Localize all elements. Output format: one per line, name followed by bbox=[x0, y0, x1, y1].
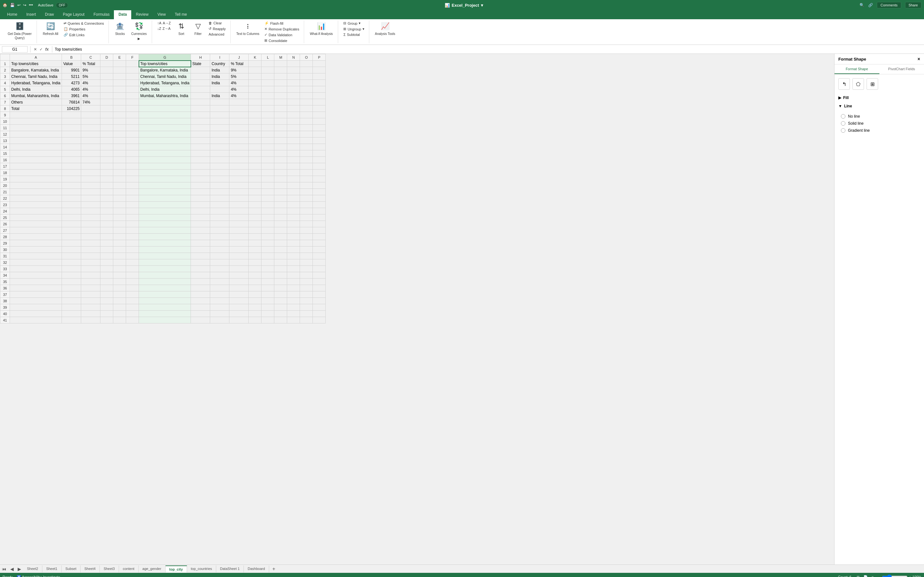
cell-N2[interactable] bbox=[287, 67, 300, 73]
cell-F39[interactable] bbox=[126, 304, 139, 311]
cell-L16[interactable] bbox=[262, 157, 274, 163]
cell-G24[interactable] bbox=[139, 208, 191, 214]
cell-B41[interactable] bbox=[62, 317, 81, 324]
row-header-1[interactable]: 1 bbox=[0, 61, 10, 67]
cell-J33[interactable] bbox=[229, 266, 249, 272]
cell-F26[interactable] bbox=[126, 221, 139, 227]
cell-M21[interactable] bbox=[274, 189, 287, 195]
cell-D29[interactable] bbox=[100, 240, 113, 247]
cell-O14[interactable] bbox=[300, 144, 313, 150]
page-break-icon[interactable]: ≡ bbox=[871, 574, 875, 577]
cell-N17[interactable] bbox=[287, 163, 300, 169]
cell-P13[interactable] bbox=[313, 137, 326, 144]
cell-B12[interactable] bbox=[62, 131, 81, 137]
cell-P41[interactable] bbox=[313, 317, 326, 324]
cell-C37[interactable] bbox=[81, 292, 100, 298]
cell-L12[interactable] bbox=[262, 131, 274, 137]
cell-C35[interactable] bbox=[81, 279, 100, 285]
cell-N16[interactable] bbox=[287, 157, 300, 163]
row-header-40[interactable]: 40 bbox=[0, 311, 10, 317]
cell-K21[interactable] bbox=[249, 189, 262, 195]
cell-N15[interactable] bbox=[287, 150, 300, 157]
cell-E26[interactable] bbox=[113, 221, 126, 227]
cell-A9[interactable] bbox=[10, 112, 62, 118]
row-header-28[interactable]: 28 bbox=[0, 234, 10, 240]
cell-D5[interactable] bbox=[100, 86, 113, 93]
cell-H1[interactable]: State bbox=[191, 61, 210, 67]
cell-K12[interactable] bbox=[249, 131, 262, 137]
cell-O17[interactable] bbox=[300, 163, 313, 169]
cell-I24[interactable] bbox=[210, 208, 229, 214]
whatif-button[interactable]: 📊 What-If Analysis bbox=[307, 21, 336, 37]
panel-icon-shape[interactable]: ↰ bbox=[838, 78, 850, 90]
cell-L19[interactable] bbox=[262, 176, 274, 182]
cell-G27[interactable] bbox=[139, 227, 191, 234]
cell-N28[interactable] bbox=[287, 234, 300, 240]
cell-A29[interactable] bbox=[10, 240, 62, 247]
cell-I32[interactable] bbox=[210, 259, 229, 266]
cell-H41[interactable] bbox=[191, 317, 210, 324]
cell-N35[interactable] bbox=[287, 279, 300, 285]
cell-F34[interactable] bbox=[126, 272, 139, 279]
cell-G20[interactable] bbox=[139, 182, 191, 189]
cell-C40[interactable] bbox=[81, 311, 100, 317]
cell-P25[interactable] bbox=[313, 214, 326, 221]
cell-J21[interactable] bbox=[229, 189, 249, 195]
cell-H3[interactable] bbox=[191, 73, 210, 80]
cell-O25[interactable] bbox=[300, 214, 313, 221]
cell-J39[interactable] bbox=[229, 304, 249, 311]
cell-F30[interactable] bbox=[126, 247, 139, 253]
cell-C10[interactable] bbox=[81, 118, 100, 125]
cell-J17[interactable] bbox=[229, 163, 249, 169]
tab-subset[interactable]: Subset bbox=[61, 566, 81, 572]
cell-I16[interactable] bbox=[210, 157, 229, 163]
cell-I29[interactable] bbox=[210, 240, 229, 247]
cell-N9[interactable] bbox=[287, 112, 300, 118]
cell-H13[interactable] bbox=[191, 137, 210, 144]
cell-K20[interactable] bbox=[249, 182, 262, 189]
cell-P4[interactable] bbox=[313, 80, 326, 86]
cell-A7[interactable]: Others bbox=[10, 99, 62, 105]
cell-P9[interactable] bbox=[313, 112, 326, 118]
cell-G23[interactable] bbox=[139, 201, 191, 208]
cell-M35[interactable] bbox=[274, 279, 287, 285]
cell-O38[interactable] bbox=[300, 298, 313, 304]
cell-L30[interactable] bbox=[262, 247, 274, 253]
properties-button[interactable]: 📋 Properties bbox=[61, 26, 106, 32]
zoom-slider[interactable] bbox=[882, 574, 908, 577]
cell-K25[interactable] bbox=[249, 214, 262, 221]
cell-L32[interactable] bbox=[262, 259, 274, 266]
cell-A39[interactable] bbox=[10, 304, 62, 311]
cell-I3[interactable]: India bbox=[210, 73, 229, 80]
cell-O6[interactable] bbox=[300, 93, 313, 99]
row-header-30[interactable]: 30 bbox=[0, 247, 10, 253]
cell-L26[interactable] bbox=[262, 221, 274, 227]
cell-P24[interactable] bbox=[313, 208, 326, 214]
cell-M7[interactable] bbox=[274, 99, 287, 105]
cell-J8[interactable] bbox=[229, 105, 249, 112]
cell-D2[interactable] bbox=[100, 67, 113, 73]
cell-G32[interactable] bbox=[139, 259, 191, 266]
cell-E30[interactable] bbox=[113, 247, 126, 253]
cell-G31[interactable] bbox=[139, 253, 191, 259]
cell-M40[interactable] bbox=[274, 311, 287, 317]
cell-B20[interactable] bbox=[62, 182, 81, 189]
cell-H8[interactable] bbox=[191, 105, 210, 112]
cell-B2[interactable]: 9901 bbox=[62, 67, 81, 73]
cell-F27[interactable] bbox=[126, 227, 139, 234]
cell-C16[interactable] bbox=[81, 157, 100, 163]
tab-content[interactable]: content bbox=[119, 566, 139, 572]
cell-H33[interactable] bbox=[191, 266, 210, 272]
row-header-32[interactable]: 32 bbox=[0, 259, 10, 266]
cell-D6[interactable] bbox=[100, 93, 113, 99]
cell-P21[interactable] bbox=[313, 189, 326, 195]
cell-E4[interactable] bbox=[113, 80, 126, 86]
cell-E37[interactable] bbox=[113, 292, 126, 298]
cell-C2[interactable]: 9% bbox=[81, 67, 100, 73]
cell-K34[interactable] bbox=[249, 272, 262, 279]
cell-K26[interactable] bbox=[249, 221, 262, 227]
cell-D11[interactable] bbox=[100, 125, 113, 131]
cell-D13[interactable] bbox=[100, 137, 113, 144]
cell-L39[interactable] bbox=[262, 304, 274, 311]
cell-K32[interactable] bbox=[249, 259, 262, 266]
